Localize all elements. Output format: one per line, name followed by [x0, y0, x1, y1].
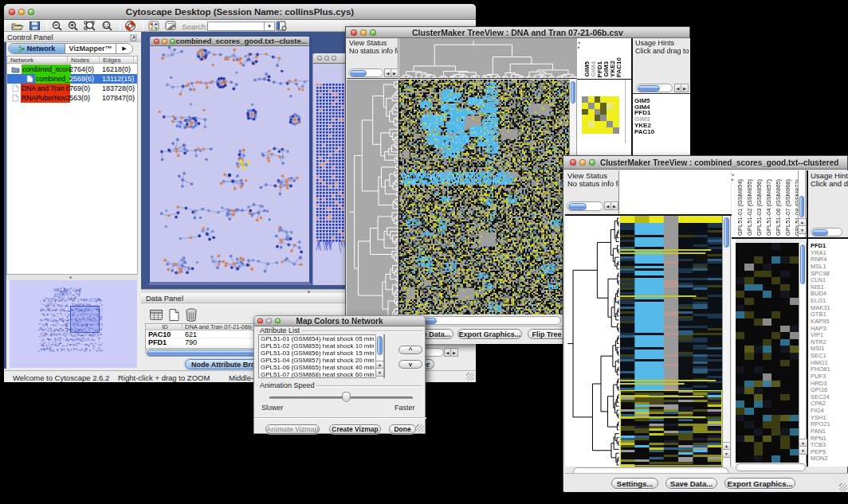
float-panel-icon[interactable] — [130, 34, 137, 41]
create-vizmap-button[interactable]: Create Vizmap — [329, 424, 381, 434]
zoom-heatmap[interactable] — [736, 243, 799, 463]
search-dropdown-button[interactable]: ▼ — [265, 21, 275, 31]
settings-button[interactable]: Settings... — [611, 478, 658, 489]
attribute-list-item[interactable]: GPL51-02 (GSM855) heat shock 10 min — [259, 342, 384, 350]
zoom-heatmap-vscrollbar[interactable]: ▲ ▼ — [799, 243, 807, 463]
heatmap-global-view[interactable] — [620, 216, 722, 467]
zoom-button[interactable] — [28, 9, 34, 15]
column-header-edges[interactable]: Edges — [100, 57, 134, 63]
usage-hints-scrollbar[interactable] — [811, 228, 842, 236]
network-row-dna-and-tran[interactable]: DNA and Tran 07 769(0) 183728(0) — [7, 84, 137, 93]
network-row-combined-scores[interactable]: combined_scores_ 2764(0) 16218(0) — [7, 64, 137, 74]
attribute-list-item[interactable]: GPL51-03 (GSM856) heat shock 15 min — [259, 350, 384, 357]
search-options-icon[interactable] — [276, 21, 288, 31]
resize-grip[interactable] — [416, 424, 424, 432]
treeview2-titlebar[interactable]: ClusterMaker TreeView : combined_scores_… — [563, 156, 847, 170]
tab-network[interactable]: Network — [9, 44, 65, 53]
scroll-down-arrow[interactable]: ▼ — [799, 447, 807, 455]
row-dendrogram-canvas[interactable] — [347, 80, 398, 326]
column-header-nodes[interactable]: Nodes — [68, 57, 100, 63]
attribute-list-vscrollbar[interactable]: ▲ ▼ — [375, 334, 384, 378]
scroll-up-arrow[interactable]: ▲ — [798, 218, 807, 226]
usage-hints-scrollbar[interactable] — [636, 84, 673, 92]
tab-vizmapper[interactable]: VizMapper™ — [65, 44, 116, 53]
scrollbar-thumb[interactable] — [799, 196, 804, 217]
minimize-button[interactable] — [266, 318, 272, 324]
move-down-button[interactable]: v — [398, 360, 422, 369]
network-view-icon[interactable] — [148, 21, 159, 31]
zoom-button[interactable] — [370, 29, 376, 36]
minimize-button[interactable] — [324, 56, 329, 61]
column-header-network[interactable]: Network — [7, 57, 68, 63]
close-button[interactable] — [154, 38, 159, 44]
scroll-right-arrow[interactable]: ▶ — [681, 84, 689, 92]
close-button[interactable] — [351, 29, 357, 36]
new-attribute-icon[interactable] — [168, 308, 180, 322]
save-data-button[interactable]: Save Data... — [665, 478, 717, 489]
search-input[interactable] — [207, 21, 265, 31]
scrollbar-thumb[interactable] — [812, 229, 828, 236]
zoom-button[interactable] — [589, 159, 595, 166]
select-attributes-icon[interactable] — [149, 308, 163, 322]
zoom-in-icon[interactable] — [67, 21, 79, 31]
close-button[interactable] — [317, 56, 322, 61]
panel-splitter[interactable] — [6, 275, 138, 280]
heatmap-vscrollbar[interactable]: ▲ ▼ — [722, 216, 731, 467]
zoom-one-to-one-icon[interactable]: 1:1 — [101, 21, 113, 31]
save-icon[interactable] — [29, 21, 41, 31]
minimize-button[interactable] — [18, 9, 25, 15]
birdseye-view[interactable] — [10, 280, 137, 368]
treeview1-titlebar[interactable]: ClusterMaker TreeView : DNA and Tran 07-… — [346, 27, 689, 38]
close-button[interactable] — [570, 159, 576, 166]
heatmap-global-view[interactable] — [399, 80, 569, 315]
splitter-mini-arrows-icon[interactable]: ◂▸ — [732, 172, 734, 182]
scrollbar-thumb[interactable] — [638, 85, 660, 92]
zoom-button[interactable] — [275, 318, 281, 324]
open-file-icon[interactable] — [10, 21, 24, 31]
heatmap-canvas[interactable] — [620, 216, 722, 467]
tab-node-attribute-browser[interactable]: Node Attribute Browser — [185, 359, 264, 369]
scrollbar-thumb[interactable] — [800, 244, 805, 284]
scroll-down-arrow[interactable]: ▼ — [722, 450, 731, 458]
zoom-button[interactable] — [170, 38, 175, 44]
animation-speed-slider-thumb[interactable] — [342, 392, 351, 402]
scroll-down-arrow[interactable]: ▼ — [798, 226, 807, 234]
done-button[interactable]: Done — [389, 424, 416, 434]
scrollbar-thumb[interactable] — [350, 70, 367, 76]
scroll-left-arrow[interactable]: ◀ — [384, 68, 391, 77]
attribute-row[interactable]: PFD1 790 — [146, 338, 260, 346]
zoom-out-icon[interactable] — [51, 21, 63, 31]
network-window-1[interactable]: combined_scores_good.txt--cluste... — [148, 37, 312, 285]
birdseye-canvas[interactable] — [10, 280, 137, 368]
attribute-list-item[interactable]: GPL51-01 (GSM854) heat shock 05 min — [259, 335, 384, 342]
attribute-list-item[interactable]: GPL51-06 (GSM865) heat shock 40 min — [259, 364, 384, 371]
move-up-button[interactable]: ^ — [398, 346, 422, 354]
attribute-list-item[interactable]: GPL51-07 (GSM868) heat shock 60 min — [259, 371, 384, 378]
animation-speed-slider[interactable] — [269, 397, 413, 399]
minimize-button[interactable] — [360, 29, 367, 36]
close-button[interactable] — [257, 318, 263, 324]
splitter-mini-arrows-icon[interactable]: ◂▸ — [578, 40, 580, 49]
resize-grip[interactable] — [839, 483, 847, 491]
minimize-button[interactable] — [162, 38, 167, 44]
scrollbar-thumb[interactable] — [377, 336, 383, 355]
main-window-titlebar[interactable]: Cytoscape Desktop (Session Name: collins… — [4, 4, 476, 20]
close-button[interactable] — [9, 9, 15, 15]
tab-overflow-button[interactable]: ▶ — [116, 44, 132, 53]
column-dendrogram-canvas[interactable] — [399, 38, 577, 78]
zoom-button[interactable] — [332, 56, 336, 61]
attribute-list[interactable]: GPL51-01 (GSM854) heat shock 05 minGPL51… — [258, 334, 385, 378]
scroll-up-arrow[interactable]: ▲ — [799, 439, 807, 447]
scrollbar-thumb[interactable] — [571, 81, 575, 104]
scroll-right-arrow[interactable]: ▶ — [611, 201, 618, 210]
scrollbar-thumb[interactable] — [568, 203, 587, 210]
scroll-up-arrow[interactable]: ▲ — [375, 361, 384, 369]
minimize-button[interactable] — [579, 159, 586, 166]
scroll-down-arrow[interactable]: ▼ — [375, 369, 384, 377]
column-header-attribute[interactable]: DNA and Tran 07-21-06b — [183, 324, 260, 330]
heatmap-canvas[interactable] — [399, 80, 569, 315]
help-lifering-icon[interactable] — [124, 21, 136, 32]
annotation-icon[interactable] — [165, 21, 177, 31]
attribute-list-item[interactable]: GPL51-04 (GSM857) heat shock 20 min — [259, 357, 384, 364]
scroll-left-arrow[interactable]: ◀ — [604, 201, 611, 210]
